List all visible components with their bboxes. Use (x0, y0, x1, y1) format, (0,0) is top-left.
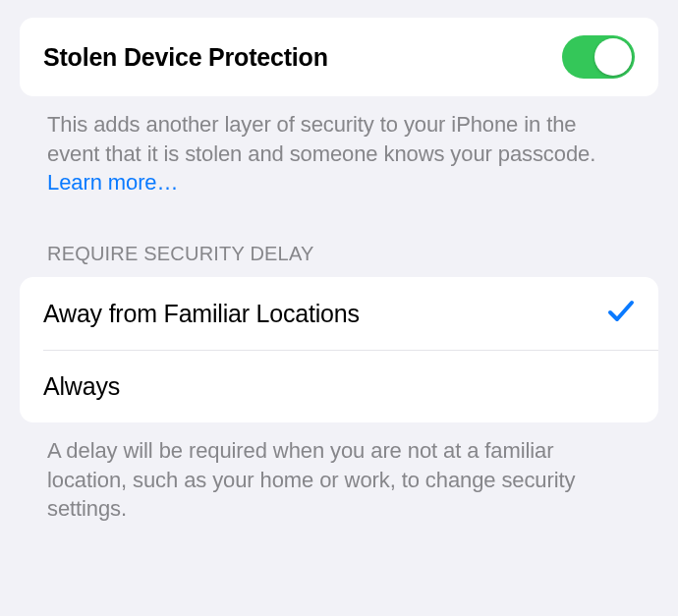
description-text: This adds another layer of security to y… (47, 112, 595, 166)
learn-more-link[interactable]: Learn more… (47, 170, 178, 195)
require-security-delay-header: REQUIRE SECURITY DELAY (20, 197, 658, 277)
checkmark-icon (607, 299, 635, 328)
option-label: Always (43, 372, 120, 401)
stolen-device-protection-description: This adds another layer of security to y… (20, 96, 658, 197)
toggle-knob (594, 38, 632, 76)
stolen-device-protection-row: Stolen Device Protection (20, 18, 658, 96)
stolen-device-protection-toggle[interactable] (562, 35, 635, 79)
stolen-device-protection-label: Stolen Device Protection (43, 43, 328, 72)
option-label: Away from Familiar Locations (43, 300, 360, 328)
option-away-from-familiar-locations[interactable]: Away from Familiar Locations (20, 277, 658, 350)
security-delay-footer: A delay will be required when you are no… (20, 422, 658, 524)
option-always[interactable]: Always (20, 351, 658, 422)
security-delay-options: Away from Familiar Locations Always (20, 277, 658, 422)
